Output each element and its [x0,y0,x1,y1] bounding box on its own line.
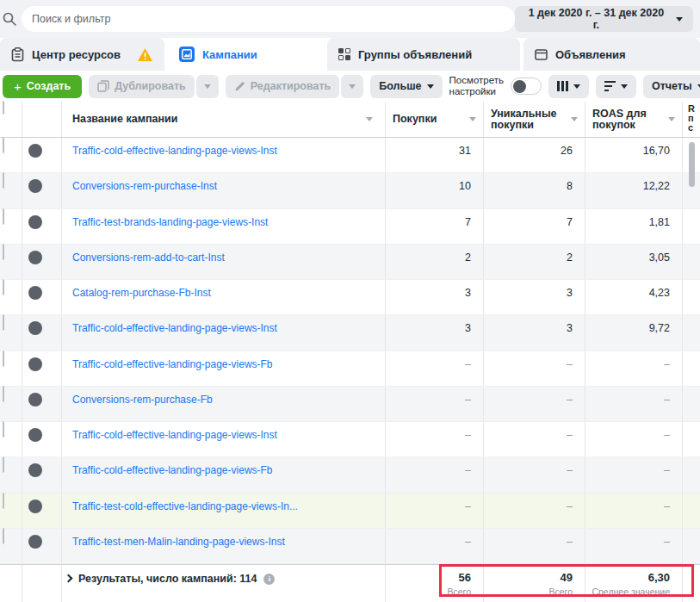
header-purchases[interactable]: Покупки [386,102,484,137]
tab-label: Кампании [202,48,257,61]
campaign-name-link[interactable]: Traffic-cold-effective-landing-page-view… [72,464,273,476]
row-checkbox-cell [0,173,22,208]
row-checkbox-cell [0,529,22,563]
toggle-knob [28,393,42,407]
sort-icon[interactable] [469,117,476,121]
header-clipped-column: R п с [683,102,700,137]
row-checkbox[interactable] [3,386,4,402]
row-checkbox[interactable] [3,528,4,544]
row-checkbox[interactable] [3,137,4,153]
columns-button[interactable] [548,75,589,98]
header-roas[interactable]: ROAS для покупок [585,102,683,137]
date-range-label: 1 дек 2020 г. – 31 дек 2020 г. [525,7,667,31]
tab-campaigns[interactable]: Кампании [168,38,324,71]
tab-resource-center[interactable]: Центр ресурсов [0,38,164,71]
campaign-name-cell: Traffic-cold-effective-landing-page-view… [62,138,386,172]
roas-cell: – [585,457,683,492]
create-button[interactable]: + Создать [3,75,82,98]
campaign-name-cell: Traffic-cold-effective-landing-page-view… [62,351,386,386]
tab-label: Центр ресурсов [32,48,121,61]
campaign-name-link[interactable]: Traffic-cold-effective-landing-page-view… [72,322,277,334]
duplicate-label: Дублировать [115,80,186,92]
clipped-cell [683,457,700,492]
total-value: 49 [561,571,573,584]
roas-cell: 4,23 [585,280,683,314]
level-tabs: Центр ресурсов Кампании Группы объявлени… [0,38,700,71]
campaign-name-link[interactable]: Traffic-test-brands-landing-page-views-I… [72,216,268,228]
tab-ads[interactable]: Объявления [523,38,700,71]
tab-adsets[interactable]: Группы объявлений [327,38,520,71]
row-checkbox-cell [0,138,22,172]
purchases-cell: – [386,529,484,563]
table-row: Traffic-test-cold-effective-landing-page… [0,493,700,529]
row-toggle-cell [22,209,62,244]
row-toggle-cell [22,529,62,563]
row-checkbox[interactable] [3,314,4,331]
search-icon [3,12,16,26]
campaign-name-link[interactable]: Conversions-rem-purchase-Fb [72,394,213,406]
purchases-cell: 2 [386,245,484,279]
row-checkbox[interactable] [3,351,4,367]
breakdown-button[interactable] [596,75,636,98]
header-unique-purchases[interactable]: Уникальные покупки [484,102,585,137]
sort-icon[interactable] [366,117,373,121]
table-row: Catalog-rem-purchase-Fb-Inst 3 3 4,23 [0,280,700,315]
chevron-right-icon[interactable] [65,574,73,583]
row-checkbox[interactable] [3,172,4,189]
header-campaign-name[interactable]: Название кампании [62,102,386,137]
table-footer: Результаты, число кампаний: 114 i 56 Все… [0,564,700,602]
date-range-button[interactable]: 1 дек 2020 г. – 31 дек 2020 г. [515,6,693,32]
campaign-name-link[interactable]: Catalog-rem-purchase-Fb-Inst [72,287,211,299]
clipped-cell [683,529,700,563]
row-checkbox[interactable] [3,279,4,295]
row-checkbox-cell [0,280,22,314]
chevron-down-icon [427,84,434,89]
campaign-name-link[interactable]: Conversions-rem-purchase-Inst [72,180,217,192]
edit-dropdown-button[interactable] [341,75,363,98]
sort-icon[interactable] [668,117,675,121]
duplicate-icon [97,80,109,92]
row-checkbox[interactable] [3,208,4,225]
row-toggle-cell [22,422,62,456]
campaign-name-link[interactable]: Traffic-cold-effective-landing-page-view… [72,145,277,157]
search-input[interactable] [22,6,515,32]
campaign-name-link[interactable]: Traffic-test-men-Malin-landing-page-view… [72,536,285,548]
toggle-knob [28,251,42,264]
row-checkbox[interactable] [3,456,4,473]
vertical-scrollbar-thumb[interactable] [689,142,695,187]
sort-icon[interactable] [571,117,578,121]
roas-cell: 1,81 [585,209,683,244]
ads-page-icon [535,49,548,60]
duplicate-button[interactable]: Дублировать [89,75,195,98]
row-checkbox[interactable] [3,421,4,438]
reports-button[interactable]: Отчеты [643,75,700,98]
campaign-name-link[interactable]: Traffic-test-cold-effective-landing-page… [72,500,298,512]
campaign-name-link[interactable]: Traffic-cold-effective-landing-page-view… [72,358,273,370]
clipped-cell [683,351,700,386]
duplicate-dropdown-button[interactable] [196,75,219,98]
breakdown-bars-icon [604,81,616,92]
row-checkbox[interactable] [3,493,4,509]
total-caption: Среднее значение [592,586,670,597]
campaign-name-link[interactable]: Conversions-rem-add-to-cart-Inst [72,251,225,264]
row-checkbox[interactable] [3,244,4,260]
edit-button[interactable]: Редактировать [226,75,339,98]
roas-cell: – [585,387,683,421]
roas-cell: – [585,493,683,528]
select-all-checkbox[interactable] [3,101,4,115]
campaign-name-link[interactable]: Traffic-cold-effective-landing-page-view… [72,429,277,441]
table-body: Traffic-cold-effective-landing-page-view… [0,138,700,564]
unique-purchases-cell: 2 [484,245,585,279]
roas-cell: 3,05 [585,245,683,279]
purchases-cell: – [386,422,484,456]
toggle-knob [28,357,42,371]
more-button[interactable]: Больше [370,75,442,98]
clipped-cell [683,493,700,528]
purchases-cell: 7 [386,209,484,244]
toggle-knob [513,80,526,93]
row-checkbox-cell [0,351,22,386]
unique-purchases-cell: 26 [484,138,585,172]
info-icon[interactable]: i [263,574,275,585]
purchases-cell: – [386,387,484,421]
view-settings-toggle[interactable] [511,78,542,95]
